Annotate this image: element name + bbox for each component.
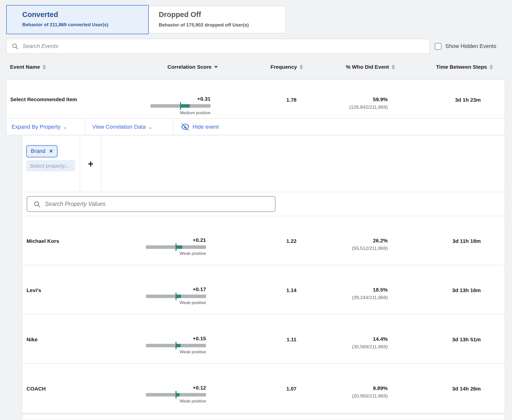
pct-fraction: (30,569/211,869) <box>352 344 388 350</box>
property-value-row[interactable]: Michael Kors +0.21 Weak positive 1.22 26… <box>22 216 505 265</box>
pct-fraction: (55,512/211,869) <box>352 246 388 251</box>
view-correlation-data-label: View Correlation Data <box>92 124 146 130</box>
column-header-event-name-label: Event Name <box>10 64 40 70</box>
correlation-bar <box>146 245 206 249</box>
event-row[interactable]: Select Recommended Item +0.31 Medium pos… <box>6 80 505 118</box>
event-action-row: Expand By Property ⌄ View Correlation Da… <box>6 118 505 135</box>
pct-value: 18.5% <box>373 287 388 293</box>
sort-both-icon <box>392 65 395 69</box>
select-property-input[interactable]: Select property... <box>26 160 75 171</box>
add-property-cell: + <box>80 136 102 192</box>
view-correlation-data-button[interactable]: View Correlation Data ⌄ <box>85 119 174 135</box>
correlation-score-value: +0.17 <box>193 286 206 292</box>
time-between-steps-value: 3d 14h 26m <box>452 386 481 392</box>
property-value-row[interactable]: COACH +0.12 Weak positive 1.07 9.89% (20… <box>22 364 505 413</box>
correlation-bar-center-tick <box>176 342 176 349</box>
column-header-event-name[interactable]: Event Name <box>10 64 46 70</box>
time-between-steps-value: 3d 13h 51m <box>452 337 481 343</box>
correlation-strength-label: Medium positive <box>180 110 210 115</box>
correlation-score-value: +0.31 <box>197 96 210 102</box>
pct-cell: 18.5% (39,244/211,869) <box>352 287 388 300</box>
correlation-bar-fill <box>180 104 190 108</box>
correlation-bar-fill <box>176 245 182 249</box>
correlation-cell: +0.12 Weak positive <box>146 385 206 404</box>
pct-value: 59.9% <box>373 96 388 102</box>
eye-off-icon <box>181 123 190 131</box>
time-between-steps-value: 3d 13h 16m <box>452 287 481 293</box>
correlation-cell: +0.17 Weak positive <box>146 286 206 305</box>
pct-cell: 14.4% (30,569/211,869) <box>352 336 388 350</box>
tab-dropped-off[interactable]: Dropped Off Behavior of 175,902 dropped … <box>149 6 286 33</box>
pct-cell: 59.9% (126,842/211,869) <box>349 96 388 110</box>
sort-desc-icon <box>214 66 218 68</box>
correlation-bar <box>146 393 206 397</box>
correlation-bar-center-tick <box>180 102 181 110</box>
frequency-value: 1.14 <box>286 287 296 293</box>
property-value-name: Nike <box>26 337 38 343</box>
event-card: Select Recommended Item +0.31 Medium pos… <box>6 80 505 135</box>
correlation-cell: +0.31 Medium positive <box>150 96 210 115</box>
property-value-rows: Michael Kors +0.21 Weak positive 1.22 26… <box>22 216 505 413</box>
correlation-score-value: +0.21 <box>193 237 206 243</box>
show-hidden-events-toggle[interactable]: Show Hidden Events <box>435 43 496 50</box>
search-icon <box>33 200 41 208</box>
sort-both-icon <box>300 65 303 69</box>
hide-event-button[interactable]: Hide event <box>174 119 219 135</box>
correlation-bar <box>146 344 206 347</box>
show-hidden-events-checkbox[interactable] <box>435 43 442 50</box>
tab-converted-subtitle: Behavior of 211,869 converted User(s) <box>22 22 148 27</box>
column-header-frequency[interactable]: Frequency <box>270 64 303 70</box>
tab-converted[interactable]: Converted Behavior of 211,869 converted … <box>6 5 149 34</box>
property-value-row[interactable]: Levi's +0.17 Weak positive 1.14 18.5% (3… <box>22 265 505 315</box>
correlation-bar <box>150 104 210 108</box>
pct-fraction: (126,842/211,869) <box>349 104 388 110</box>
column-header-time-label: Time Between Steps <box>436 64 487 70</box>
time-between-steps-value: 3d 11h 18m <box>452 238 481 244</box>
pct-fraction: (39,244/211,869) <box>352 295 388 300</box>
frequency-value: 1.22 <box>286 238 296 244</box>
property-panel-spacer <box>102 136 505 192</box>
remove-property-icon[interactable]: ✕ <box>49 149 53 154</box>
pct-value: 9.89% <box>373 385 388 391</box>
correlation-score-value: +0.12 <box>193 385 206 391</box>
sort-both-icon <box>490 65 493 69</box>
tab-dropped-off-title: Dropped Off <box>159 10 286 19</box>
pct-value: 26.2% <box>373 238 388 244</box>
correlation-score-value: +0.15 <box>193 336 206 342</box>
correlation-bar-center-tick <box>176 243 176 251</box>
correlation-bar-fill <box>176 295 181 298</box>
search-events-input[interactable]: Search Events <box>6 39 430 54</box>
frequency-value: 1.78 <box>286 97 296 103</box>
property-value-row[interactable]: Nike +0.15 Weak positive 1.11 14.4% (30,… <box>22 315 505 364</box>
property-value-name: Levi's <box>26 287 41 293</box>
property-value-name: Michael Kors <box>26 238 59 244</box>
column-header-pct-who-did-event[interactable]: % Who Did Event <box>346 64 395 70</box>
search-events-placeholder: Search Events <box>22 43 58 49</box>
next-row-partial <box>22 415 505 420</box>
correlation-bar <box>146 295 206 298</box>
correlation-bar-center-tick <box>176 391 176 399</box>
correlation-cell: +0.15 Weak positive <box>146 336 206 355</box>
search-property-values-placeholder: Search Property Values <box>45 201 106 207</box>
show-hidden-events-label: Show Hidden Events <box>445 43 496 49</box>
funnel-tabs: Converted Behavior of 211,869 converted … <box>6 5 512 34</box>
correlation-strength-label: Weak positive <box>180 300 206 305</box>
expand-by-property-button[interactable]: Expand By Property ⌄ <box>6 119 85 135</box>
time-between-steps-value: 3d 1h 23m <box>455 97 481 103</box>
pct-value: 14.4% <box>373 336 388 342</box>
search-property-values-input[interactable]: Search Property Values <box>27 196 276 212</box>
column-header-frequency-label: Frequency <box>270 64 297 70</box>
column-header-pct-label: % Who Did Event <box>346 64 389 70</box>
correlation-bar-fill <box>176 344 180 347</box>
selected-properties-cell: Brand ✕ Select property... <box>22 136 80 192</box>
column-header-time-between-steps[interactable]: Time Between Steps <box>436 64 493 70</box>
column-header-correlation-score-label: Correlation Score <box>168 64 212 70</box>
hide-event-label: Hide event <box>192 124 219 130</box>
correlation-bar-fill <box>176 393 180 397</box>
expanded-property-section: Brand ✕ Select property... + Search Prop… <box>22 136 505 413</box>
chevron-down-icon: ⌄ <box>63 124 67 130</box>
correlation-strength-label: Weak positive <box>180 399 206 404</box>
property-chip-brand[interactable]: Brand ✕ <box>26 145 58 157</box>
add-property-button[interactable]: + <box>88 159 93 169</box>
column-header-correlation-score[interactable]: Correlation Score <box>168 64 218 70</box>
